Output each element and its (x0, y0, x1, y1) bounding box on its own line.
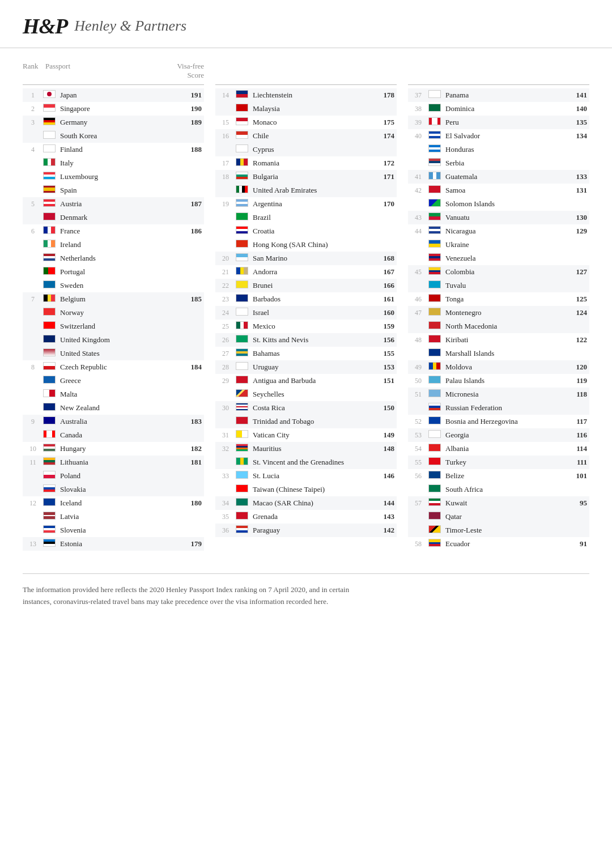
country-name: Cyprus (250, 145, 374, 154)
flag-cell (43, 253, 58, 263)
footer: The information provided here reflects t… (23, 573, 589, 619)
rank-header-3 (408, 62, 431, 80)
flag-cell (236, 185, 250, 195)
flag-icon (43, 348, 56, 356)
flag-cell (43, 444, 58, 454)
country-name: Bosnia and Herzegovina (443, 417, 567, 426)
table-row: 35Grenada143 (215, 510, 397, 524)
table-row: United Arab Emirates (215, 184, 397, 197)
country-name: Italy (58, 159, 181, 168)
table-row: 58Ecuador91 (408, 537, 589, 551)
flag-icon (428, 376, 441, 384)
visa-score: 172 (374, 159, 397, 168)
country-name: Russian Federation (443, 403, 567, 412)
flag-cell (43, 376, 58, 386)
table-row: Seychelles (215, 388, 397, 401)
flag-cell (428, 498, 443, 508)
visa-score: 170 (374, 199, 397, 209)
flag-cell (43, 362, 58, 372)
flag-cell (236, 240, 250, 250)
visa-score: 179 (181, 539, 204, 548)
flag-cell (428, 335, 443, 345)
flag-icon (428, 280, 441, 288)
visa-score: 181 (181, 458, 204, 467)
flag-icon (43, 457, 56, 465)
rank-cell: 53 (408, 431, 428, 440)
country-name: Japan (58, 91, 181, 100)
flag-cell (428, 117, 443, 127)
country-name: Finland (58, 145, 181, 154)
flag-icon (428, 484, 441, 492)
country-name: St. Vincent and the Grenadines (250, 458, 374, 467)
flag-cell (43, 498, 58, 508)
table-row: Taiwan (Chinese Taipei) (215, 483, 397, 496)
flag-cell (43, 117, 58, 127)
rank-cell: 22 (215, 282, 236, 290)
table-row: United States (23, 347, 204, 360)
flag-cell (236, 117, 250, 127)
visa-score: 124 (567, 308, 589, 317)
rank-cell: 18 (215, 173, 236, 181)
flag-cell (43, 430, 58, 440)
flag-cell (43, 131, 58, 141)
flag-cell (236, 212, 250, 223)
country-name: North Macedonia (443, 322, 567, 331)
country-name: Greece (58, 376, 181, 385)
flag-icon (428, 185, 441, 193)
flag-icon (43, 362, 56, 370)
country-name: Slovenia (58, 526, 181, 535)
table-row: Qatar (408, 510, 589, 524)
table-row: Honduras (408, 143, 589, 156)
table-row: Spain (23, 184, 204, 197)
table-row: 12Iceland180 (23, 496, 204, 510)
rank-cell: 31 (215, 431, 236, 440)
table-row: Trinidad and Tobago (215, 415, 397, 428)
table-row: 13Estonia179 (23, 537, 204, 551)
flag-cell (236, 321, 250, 331)
flag-cell (43, 416, 58, 427)
rank-cell: 1 (23, 91, 43, 100)
flag-icon (236, 212, 248, 220)
visa-score: 159 (374, 322, 397, 331)
country-name: Malta (58, 390, 181, 399)
flag-icon (428, 512, 441, 520)
table-row: Brazil (215, 211, 397, 224)
flag-icon (428, 267, 441, 275)
country-name: Tonga (443, 295, 567, 304)
table-row: 44Nicaragua129 (408, 224, 589, 238)
flag-icon (428, 158, 441, 166)
visa-score: 155 (374, 349, 397, 358)
country-name: Belgium (58, 295, 181, 304)
flag-icon (236, 199, 248, 207)
rank-cell: 47 (408, 309, 428, 317)
rank-cell: 14 (215, 91, 236, 100)
flag-icon (236, 430, 248, 438)
flag-cell (428, 90, 443, 100)
visa-score: 146 (374, 471, 397, 480)
table-row: 22Brunei166 (215, 279, 397, 292)
table-row: Sweden (23, 279, 204, 292)
flag-cell (43, 484, 58, 495)
flag-cell (236, 348, 250, 359)
flag-cell (236, 131, 250, 141)
rank-cell: 23 (215, 295, 236, 304)
passport-header-3 (431, 62, 561, 80)
flag-cell (43, 525, 58, 535)
flag-cell (428, 253, 443, 263)
flag-icon (236, 267, 248, 275)
flag-icon (43, 335, 56, 343)
country-name: Slovakia (58, 485, 181, 494)
table-row: 10Hungary182 (23, 442, 204, 456)
rank-cell: 55 (408, 458, 428, 467)
flag-icon (236, 525, 248, 533)
flag-cell (428, 484, 443, 495)
rank-cell: 5 (23, 200, 43, 209)
flag-cell (428, 430, 443, 440)
flag-cell (236, 172, 250, 182)
flag-cell (43, 199, 58, 209)
rank-cell: 16 (215, 132, 236, 141)
flag-icon (43, 240, 56, 248)
flag-icon (428, 416, 441, 424)
flag-cell (236, 403, 250, 413)
flag-cell (428, 172, 443, 182)
